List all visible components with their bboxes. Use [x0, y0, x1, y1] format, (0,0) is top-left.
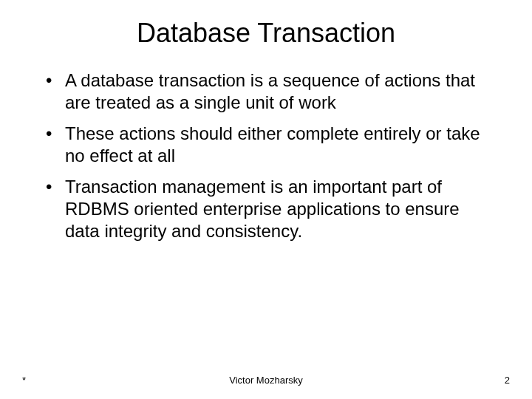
slide-title: Database Transaction: [35, 18, 497, 49]
footer-left: *: [22, 375, 26, 386]
bullet-item: These actions should either complete ent…: [35, 123, 497, 167]
slide-content: A database transaction is a sequence of …: [35, 69, 497, 399]
footer-page-number: 2: [505, 375, 510, 386]
slide-footer: * Victor Mozharsky 2: [0, 375, 532, 386]
bullet-item: Transaction management is an important p…: [35, 176, 497, 242]
bullet-list: A database transaction is a sequence of …: [35, 69, 497, 242]
bullet-item: A database transaction is a sequence of …: [35, 69, 497, 114]
footer-author: Victor Mozharsky: [229, 375, 302, 386]
slide-container: Database Transaction A database transact…: [0, 0, 532, 399]
